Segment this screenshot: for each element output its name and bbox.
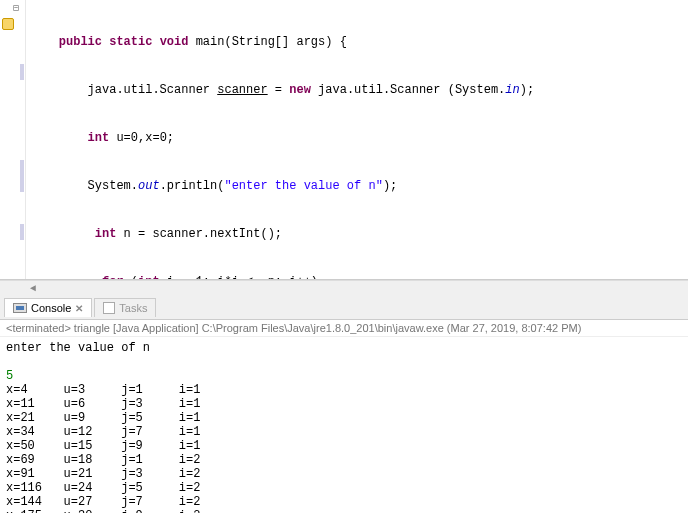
console-input-line: 5 bbox=[6, 369, 682, 383]
marker-bar bbox=[20, 224, 24, 240]
console-terminated-header: <terminated> triangle [Java Application]… bbox=[0, 320, 688, 337]
tab-label: Tasks bbox=[119, 302, 147, 314]
code-line: int u=0,x=0; bbox=[30, 130, 688, 146]
code-line: java.util.Scanner scanner = new java.uti… bbox=[30, 82, 688, 98]
bottom-tabs: Console ✕ Tasks bbox=[0, 296, 688, 320]
tab-console[interactable]: Console ✕ bbox=[4, 298, 92, 317]
tasks-icon bbox=[103, 302, 115, 314]
console-output-row: x=91 u=21 j=3 i=2 bbox=[6, 467, 682, 481]
console-output-row: x=144 u=27 j=7 i=2 bbox=[6, 495, 682, 509]
console-output-row: x=50 u=15 j=9 i=1 bbox=[6, 439, 682, 453]
marker-bar bbox=[20, 64, 24, 80]
console-output[interactable]: enter the value of n 5 x=4 u=3 j=1 i=1x=… bbox=[0, 337, 688, 513]
console-line: enter the value of n bbox=[6, 341, 682, 355]
code-content[interactable]: public static void main(String[] args) {… bbox=[0, 0, 688, 280]
code-line: int n = scanner.nextInt(); bbox=[30, 226, 688, 242]
tab-tasks[interactable]: Tasks bbox=[94, 298, 156, 317]
console-output-row: x=116 u=24 j=5 i=2 bbox=[6, 481, 682, 495]
console-output-row: x=21 u=9 j=5 i=1 bbox=[6, 411, 682, 425]
console-output-row: x=69 u=18 j=1 i=2 bbox=[6, 453, 682, 467]
editor-gutter: ⊟ bbox=[0, 0, 26, 279]
marker-bar bbox=[20, 160, 24, 192]
code-line: public static void main(String[] args) { bbox=[30, 34, 688, 50]
scroll-left-icon[interactable]: ◄ bbox=[30, 283, 36, 294]
console-output-row: x=34 u=12 j=7 i=1 bbox=[6, 425, 682, 439]
console-output-row: x=11 u=6 j=3 i=1 bbox=[6, 397, 682, 411]
horizontal-scrollbar[interactable]: ◄ bbox=[0, 280, 688, 296]
tab-label: Console bbox=[31, 302, 71, 314]
console-blank bbox=[6, 355, 682, 369]
console-output-row: x=175 u=30 j=9 i=2 bbox=[6, 509, 682, 513]
close-icon[interactable]: ✕ bbox=[75, 303, 83, 314]
console-output-row: x=4 u=3 j=1 i=1 bbox=[6, 383, 682, 397]
warning-icon bbox=[2, 18, 14, 30]
fold-icon[interactable]: ⊟ bbox=[13, 2, 19, 14]
console-icon bbox=[13, 303, 27, 313]
code-line: System.out.println("enter the value of n… bbox=[30, 178, 688, 194]
code-editor[interactable]: ⊟ public static void main(String[] args)… bbox=[0, 0, 688, 280]
